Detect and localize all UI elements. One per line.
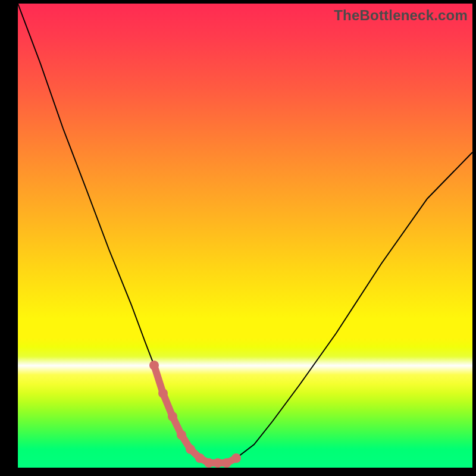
optimal-dot [149,361,159,370]
plot-area: TheBottleneck.com [18,4,472,468]
optimal-dot [195,453,205,463]
optimal-dot [231,453,241,463]
optimal-dot [204,458,214,468]
chart-canvas: TheBottleneck.com [0,0,476,476]
optimal-dot [158,389,168,398]
optimal-dot [168,412,177,421]
optimal-dot [222,458,231,468]
optimal-zone-highlight [154,365,236,463]
optimal-dot [213,458,223,468]
optimal-dot [177,430,186,440]
curve-svg [18,4,472,468]
optimal-dot [186,444,195,454]
bottleneck-curve [18,4,472,463]
